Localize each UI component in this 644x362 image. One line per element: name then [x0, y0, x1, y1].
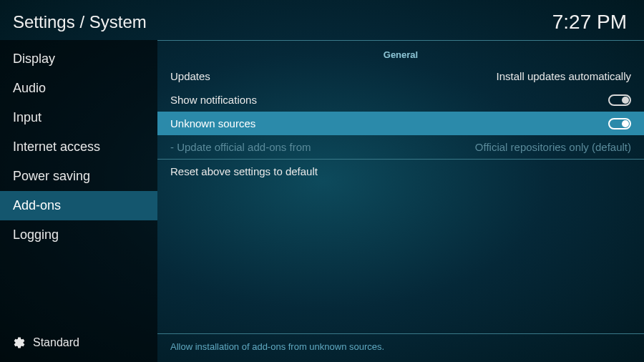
settings-level-button[interactable]: Standard [0, 328, 157, 362]
sidebar-item-add-ons[interactable]: Add-ons [0, 191, 157, 220]
setting-show-notifications[interactable]: Show notifications [157, 88, 644, 112]
setting-label: Updates [170, 70, 210, 82]
sidebar-item-label: Audio [13, 81, 46, 95]
sidebar-item-power-saving[interactable]: Power saving [0, 162, 157, 191]
breadcrumb: Settings / System [13, 12, 147, 32]
sidebar-item-input[interactable]: Input [0, 103, 157, 132]
sidebar-item-audio[interactable]: Audio [0, 74, 157, 103]
setting-value: Official repositories only (default) [475, 141, 631, 153]
content-area: General Updates Install updates automati… [157, 40, 644, 362]
setting-value: Install updates automatically [497, 70, 631, 82]
setting-label: Show notifications [170, 94, 257, 106]
setting-reset-defaults[interactable]: Reset above settings to default [157, 160, 644, 183]
gear-icon [13, 336, 26, 349]
sidebar-item-label: Add-ons [13, 198, 61, 212]
toggle-knob [622, 120, 629, 127]
header: Settings / System 7:27 PM [0, 0, 644, 40]
setting-update-addons-from: - Update official add-ons from Official … [157, 135, 644, 159]
setting-label: - Update official add-ons from [170, 141, 311, 153]
toggle-knob [622, 97, 629, 104]
sidebar-item-label: Logging [13, 228, 59, 242]
settings-level-label: Standard [33, 336, 79, 349]
setting-label: Reset above settings to default [170, 165, 318, 177]
toggle-notifications[interactable] [608, 94, 631, 106]
sidebar-item-label: Internet access [13, 140, 100, 154]
sidebar-item-label: Display [13, 52, 55, 66]
setting-label: Unknown sources [170, 117, 255, 129]
help-text: Allow installation of add-ons from unkno… [157, 333, 644, 362]
sidebar-item-display[interactable]: Display [0, 44, 157, 74]
sidebar: Display Audio Input Internet access Powe… [0, 40, 157, 362]
clock: 7:27 PM [552, 11, 627, 34]
setting-updates[interactable]: Updates Install updates automatically [157, 64, 644, 88]
main: Display Audio Input Internet access Powe… [0, 40, 644, 362]
section-header-general: General [157, 40, 644, 64]
spacer [0, 250, 157, 328]
setting-unknown-sources[interactable]: Unknown sources [157, 112, 644, 135]
sidebar-item-label: Power saving [13, 169, 90, 183]
sidebar-item-label: Input [13, 110, 42, 124]
sidebar-item-logging[interactable]: Logging [0, 220, 157, 250]
sidebar-item-internet-access[interactable]: Internet access [0, 132, 157, 162]
toggle-unknown-sources[interactable] [608, 118, 631, 129]
